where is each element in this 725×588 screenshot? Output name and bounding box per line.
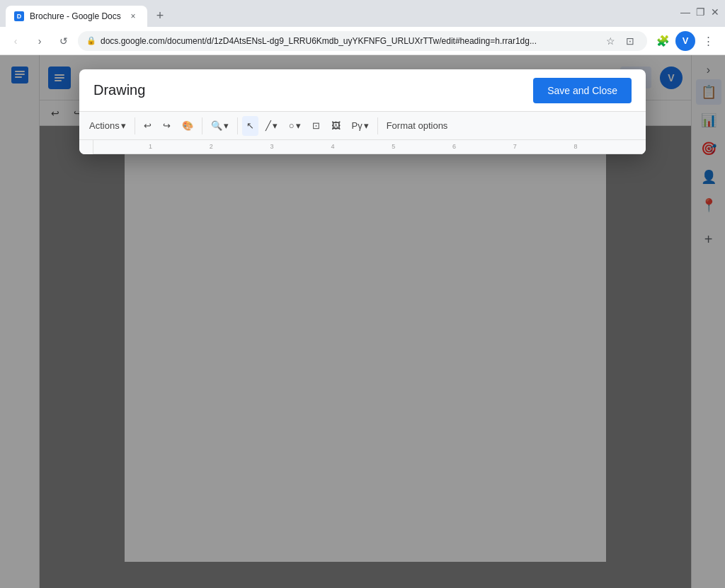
dialog-title: Drawing xyxy=(93,82,145,98)
redo-draw-button[interactable]: ↪ xyxy=(159,116,175,136)
bookmark-icon[interactable]: ☆ xyxy=(602,35,619,47)
profile-button[interactable]: V xyxy=(675,31,695,51)
ruler-top-mark-6: 6 xyxy=(452,143,456,150)
shape-arrow-icon: ▾ xyxy=(296,120,301,131)
drawing-canvas-area: 1 2 3 4 5 6 7 8 xyxy=(93,140,646,154)
line-tool-button[interactable]: ╱ ▾ xyxy=(261,116,282,136)
tab-title: Brochure - Google Docs xyxy=(30,11,121,21)
lock-icon: 🔒 xyxy=(86,36,96,45)
browser-frame: D Brochure - Google Docs × + — ❐ ✕ ‹ › ↺… xyxy=(0,0,725,588)
image-tool-button[interactable]: 🖼 xyxy=(327,116,345,136)
textbox-tool-button[interactable]: ⊡ xyxy=(308,116,324,136)
toolbar-divider-1 xyxy=(135,117,135,134)
ruler-top: 1 2 3 4 5 6 7 8 xyxy=(93,140,646,154)
drawing-canvas-wrapper: 1 2 3 4 5 6 1 2 3 xyxy=(79,140,646,154)
forward-button[interactable]: › xyxy=(30,31,50,51)
undo-draw-button[interactable]: ↩ xyxy=(139,116,156,136)
content-area: Broc File re V ↩ ↪ 🖨 › 📋 📊 🎯 👤 📍 + xyxy=(0,55,725,588)
omnibar-row: ‹ › ↺ 🔒 docs.google.com/document/d/1zD4A… xyxy=(0,27,725,55)
tab-favicon: D xyxy=(14,11,24,21)
zoom-arrow-icon: ▾ xyxy=(224,120,229,131)
ruler-top-mark-7: 7 xyxy=(513,143,517,150)
toolbar-divider-2 xyxy=(202,117,202,134)
tab-bar: D Brochure - Google Docs × + xyxy=(6,0,672,27)
actions-menu-button[interactable]: Actions ▾ xyxy=(85,116,130,136)
active-tab[interactable]: D Brochure - Google Docs × xyxy=(6,6,147,27)
line-arrow-icon: ▾ xyxy=(273,120,278,131)
shape-icon: ○ xyxy=(289,120,295,131)
title-bar: D Brochure - Google Docs × + — ❐ ✕ xyxy=(0,0,725,27)
drawing-dialog: Drawing Save and Close Actions ▾ ↩ ↪ 🎨 � xyxy=(79,69,646,154)
select-cursor-button[interactable]: ↖ xyxy=(242,116,258,136)
line-icon: ╱ xyxy=(266,120,271,131)
minimize-button[interactable]: — xyxy=(680,6,690,18)
extensions-button[interactable]: 🧩 xyxy=(651,30,674,52)
ruler-top-mark-4: 4 xyxy=(331,143,334,150)
window-controls: — ❐ ✕ xyxy=(680,6,719,18)
omnibar-icons: ☆ ⊡ xyxy=(602,35,639,47)
tab-close-button[interactable]: × xyxy=(127,11,139,22)
shape-tool-button[interactable]: ○ ▾ xyxy=(285,116,305,136)
format-options-button[interactable]: Format options xyxy=(382,116,452,136)
browser-actions: 🧩 V ⋮ xyxy=(651,30,719,52)
menu-button[interactable]: ⋮ xyxy=(697,30,719,52)
toolbar-divider-3 xyxy=(237,117,238,134)
address-bar[interactable]: 🔒 docs.google.com/document/d/1zD4AtsENsL… xyxy=(78,31,647,51)
back-button[interactable]: ‹ xyxy=(6,31,25,51)
ruler-top-mark-5: 5 xyxy=(392,143,395,150)
formula-text: Pγ xyxy=(352,120,362,131)
toolbar-divider-4 xyxy=(377,117,378,134)
modal-overlay: Drawing Save and Close Actions ▾ ↩ ↪ 🎨 � xyxy=(0,55,725,588)
refresh-button[interactable]: ↺ xyxy=(54,31,74,51)
extension-icon[interactable]: ⊡ xyxy=(622,35,639,47)
formula-arrow-icon: ▾ xyxy=(364,120,369,131)
url-text: docs.google.com/document/d/1zD4AtsENsL-d… xyxy=(101,36,598,46)
ruler-left: 1 2 3 4 5 6 xyxy=(79,140,93,154)
save-and-close-button[interactable]: Save and Close xyxy=(533,78,632,103)
paint-button[interactable]: 🎨 xyxy=(178,116,198,136)
zoom-button[interactable]: 🔍 ▾ xyxy=(207,116,233,136)
new-tab-button[interactable]: + xyxy=(150,6,170,25)
ruler-top-mark-2: 2 xyxy=(210,143,213,150)
dialog-header: Drawing Save and Close xyxy=(79,69,646,112)
ruler-top-mark-3: 3 xyxy=(270,143,274,150)
close-button[interactable]: ✕ xyxy=(711,6,719,18)
drawing-toolbar: Actions ▾ ↩ ↪ 🎨 🔍 ▾ ↖ ╱ xyxy=(79,112,646,140)
formula-tool-button[interactable]: Pγ ▾ xyxy=(348,116,373,136)
ruler-top-mark-1: 1 xyxy=(149,143,152,150)
ruler-top-mark-8: 8 xyxy=(574,143,578,150)
maximize-button[interactable]: ❐ xyxy=(696,6,705,18)
zoom-icon: 🔍 xyxy=(211,120,222,131)
